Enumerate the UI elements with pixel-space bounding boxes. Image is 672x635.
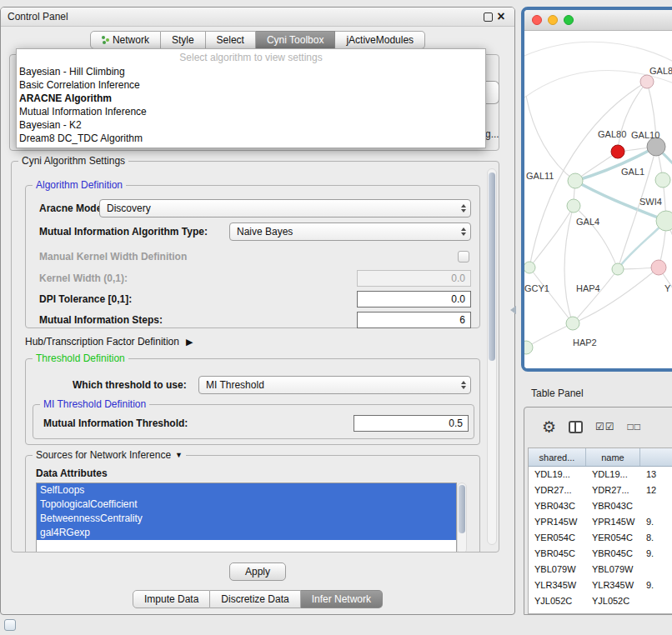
mi-type-select[interactable]: Naive Bayes xyxy=(229,222,471,241)
list-scrollbar[interactable] xyxy=(457,482,467,552)
aracne-mode-select[interactable]: Discovery xyxy=(99,199,471,218)
algorithm-option[interactable]: Basic Correlation Inference xyxy=(17,78,485,92)
table-row[interactable]: YER054CYER054C8. xyxy=(529,530,672,546)
table-cell: YPR145W xyxy=(529,514,586,530)
tab-network[interactable]: Network xyxy=(90,31,161,49)
network-node[interactable] xyxy=(655,172,670,188)
columns-icon[interactable] xyxy=(569,421,583,433)
settings-scrollbar-thumb[interactable] xyxy=(489,172,495,361)
tab-select[interactable]: Select xyxy=(206,31,256,49)
tab-discretize-data[interactable]: Discretize Data xyxy=(210,590,300,608)
list-scrollbar-thumb[interactable] xyxy=(459,485,465,533)
data-attribute-item[interactable]: gal4RGexp xyxy=(37,526,456,540)
network-canvas[interactable]: GAL8GAL80GAL10GAL11GAL1SWI4GAL4GCY1HAP4Y… xyxy=(524,31,672,369)
network-edge xyxy=(564,206,574,323)
table-row[interactable]: YDR27...YDR27...12 xyxy=(529,482,672,498)
network-edge xyxy=(524,42,672,68)
node-label: GAL10 xyxy=(631,130,659,140)
window-title: Control Panel xyxy=(8,11,481,22)
zoom-traffic-light-icon[interactable] xyxy=(564,15,574,25)
hub-definition-label: Hub/Transcription Factor Definition xyxy=(25,336,179,348)
column-header[interactable]: name xyxy=(586,448,640,466)
sources-title[interactable]: Sources for Network Inference ▼ xyxy=(33,449,186,462)
table-row[interactable]: YPR145WYPR145W9. xyxy=(529,514,672,530)
table-cell: 9. xyxy=(640,578,672,593)
network-node[interactable] xyxy=(611,145,624,158)
deselect-all-icon[interactable]: □□ xyxy=(628,421,642,432)
network-node[interactable] xyxy=(612,263,624,275)
network-window-titlebar[interactable] xyxy=(524,10,672,31)
table-cell: YBL079W xyxy=(529,562,586,578)
which-threshold-label: Which threshold to use: xyxy=(73,376,187,394)
control-panel-titlebar[interactable]: Control Panel × xyxy=(1,8,514,27)
data-attribute-item[interactable]: BetweennessCentrality xyxy=(37,512,456,526)
settings-scrollbar[interactable] xyxy=(487,168,497,545)
manual-kernel-checkbox[interactable] xyxy=(458,251,469,262)
network-node[interactable] xyxy=(567,199,580,212)
column-header[interactable]: shared... xyxy=(529,448,586,466)
tab-style[interactable]: Style xyxy=(161,31,206,49)
apply-button[interactable]: Apply xyxy=(229,562,286,581)
network-node[interactable] xyxy=(524,262,535,273)
control-panel-window: Control Panel × NetworkStyleSelectCyni T… xyxy=(0,7,515,615)
algorithm-option[interactable]: Mutual Information Inference xyxy=(17,105,485,118)
network-node[interactable] xyxy=(647,138,665,156)
table-row[interactable]: YBR045CYBR045C9. xyxy=(529,546,672,562)
table-cell: YJL052C xyxy=(529,593,586,609)
tab-cyni-toolbox[interactable]: Cyni Toolbox xyxy=(256,31,335,49)
mi-threshold-groupbox: MI Threshold Definition Mutual Informati… xyxy=(33,404,474,439)
algorithm-option[interactable]: Dream8 DC_TDC Algorithm xyxy=(17,132,485,145)
algorithm-option[interactable]: ARACNE Algorithm xyxy=(17,92,485,105)
bottom-tabs: Impute DataDiscretize DataInfer Network xyxy=(1,590,514,608)
splitter-collapse-icon[interactable] xyxy=(510,306,516,314)
threshold-select[interactable]: MI Threshold xyxy=(198,376,471,394)
algorithm-option[interactable]: Bayesian - K2 xyxy=(17,118,485,132)
network-node[interactable] xyxy=(568,173,583,188)
data-attribute-item[interactable]: SelfLoops xyxy=(37,483,456,498)
mi-steps-field[interactable]: 6 xyxy=(357,312,471,328)
table-row[interactable]: YBL079WYBL079W xyxy=(529,562,672,578)
hub-definition-toggle[interactable]: Hub/Transcription Factor Definition ▶ xyxy=(25,335,193,348)
table-cell: YER054C xyxy=(529,530,586,546)
table-row[interactable]: YDL19...YDL19...13 xyxy=(529,467,672,482)
table-rows: YDL19...YDL19...13YDR27...YDR27...12YBR0… xyxy=(529,467,672,609)
tab-infer-network[interactable]: Infer Network xyxy=(301,590,383,608)
float-window-icon[interactable] xyxy=(481,10,494,23)
network-node[interactable] xyxy=(651,260,666,275)
table-panel-title: Table Panel xyxy=(531,388,584,399)
network-node[interactable] xyxy=(640,75,654,88)
mi-steps-value: 6 xyxy=(459,314,465,326)
table-row[interactable]: YBR043CYBR043C xyxy=(529,498,672,514)
column-header[interactable] xyxy=(640,448,672,466)
minimize-traffic-light-icon[interactable] xyxy=(548,15,558,25)
gear-icon[interactable]: ⚙ xyxy=(542,419,556,435)
close-traffic-light-icon[interactable] xyxy=(532,15,542,25)
table-cell xyxy=(640,593,672,609)
network-edge xyxy=(574,206,618,269)
network-node[interactable] xyxy=(566,317,579,330)
algorithm-option[interactable]: Bayesian - Hill Climbing xyxy=(17,65,485,78)
network-edge xyxy=(618,82,647,152)
algorithm-definition-groupbox: Algorithm Definition Aracne Mode: Discov… xyxy=(25,185,480,328)
tab-jactivemodules[interactable]: jActiveModules xyxy=(335,31,425,49)
node-label: SWI4 xyxy=(639,197,662,207)
panel-grip-icon[interactable] xyxy=(4,619,16,631)
node-table: shared...name YDL19...YDL19...13YDR27...… xyxy=(528,448,672,614)
table-row[interactable]: YJL052CYJL052C xyxy=(529,593,672,609)
table-row[interactable]: YLR345WYLR345W9. xyxy=(529,578,672,593)
dpi-tolerance-field[interactable]: 0.0 xyxy=(357,291,471,308)
select-all-icon[interactable]: ☑☑ xyxy=(595,421,615,432)
table-cell: YJL052C xyxy=(586,593,640,609)
expand-arrow-icon[interactable]: ▶ xyxy=(186,337,193,348)
mi-threshold-field[interactable]: 0.5 xyxy=(354,415,469,432)
close-window-icon[interactable]: × xyxy=(494,10,508,23)
network-node[interactable] xyxy=(524,341,533,354)
manual-kernel-label: Manual Kernel Width Definition xyxy=(39,248,187,266)
data-attributes-list[interactable]: SelfLoopsTopologicalCoefficientBetweenne… xyxy=(36,482,457,552)
settings-group-title: Cyni Algorithm Settings xyxy=(18,155,128,168)
data-attribute-item[interactable]: TopologicalCoefficient xyxy=(37,498,456,512)
table-cell xyxy=(640,498,672,514)
tab-impute-data[interactable]: Impute Data xyxy=(133,590,210,608)
table-cell: YBR043C xyxy=(529,498,586,514)
network-node[interactable] xyxy=(656,211,672,231)
